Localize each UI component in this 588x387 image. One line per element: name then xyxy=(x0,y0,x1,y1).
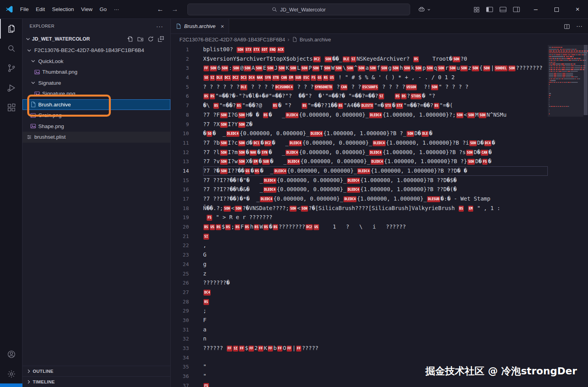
vertical-scrollbar[interactable] xyxy=(583,45,588,387)
tree-item-brush-archive[interactable]: Brush.archive xyxy=(22,99,170,110)
code-line[interactable]: �SO� _DLEDC4{0.000000, 0.000000}_DLEDC4{… xyxy=(203,129,548,138)
menu-selection[interactable]: Selection xyxy=(49,4,78,14)
outline-section[interactable]: OUTLINE xyxy=(22,366,170,376)
code-line[interactable] xyxy=(203,353,548,363)
menu-go[interactable]: Go xyxy=(96,4,110,14)
back-button[interactable]: ← xyxy=(157,6,164,13)
tree-item-grain-png[interactable]: Grain.png xyxy=(22,110,170,121)
tree-item-f2c13076-be2c-42d7-8a69-1b43fc1bf6b4[interactable]: F2C13076-BE2C-42D7-8A69-1B43FC1BF6B4 xyxy=(22,45,170,56)
toggle-panel-icon[interactable] xyxy=(500,7,506,12)
image-file-icon xyxy=(30,123,37,129)
code-area[interactable]: bplist00? SOHSTXETXEOTENQACKX$versionY$a… xyxy=(198,45,548,387)
code-line[interactable]: , xyxy=(203,241,548,250)
menu-view[interactable]: View xyxy=(78,4,96,14)
code-line[interactable]: ???????� xyxy=(203,278,548,288)
code-line[interactable]: �\ BS"=��?BS"=��?@ BS� "? BS"=��??1��BS"… xyxy=(203,101,548,110)
minimap[interactable] xyxy=(548,45,583,387)
extensions-icon[interactable] xyxy=(0,98,22,117)
search-icon[interactable] xyxy=(0,39,22,58)
account-icon[interactable] xyxy=(0,344,22,364)
code-line[interactable]: DC4 xyxy=(203,288,548,297)
code-line[interactable]: ?7 ?�SOHI??��GS�RS� _DLEDC4{0.000000, 0.… xyxy=(203,166,548,176)
refresh-icon[interactable] xyxy=(147,36,154,42)
tree-item-signature[interactable]: Signature xyxy=(22,78,170,89)
timeline-section[interactable]: TIMELINE xyxy=(22,376,170,387)
tree-item-signature-png[interactable]: Signature.png xyxy=(22,88,170,99)
menu-file[interactable]: File xyxy=(17,4,32,14)
control-char-soh: SOH xyxy=(324,65,331,71)
tab-close-icon[interactable]: × xyxy=(220,23,224,30)
remote-indicator[interactable] xyxy=(0,383,22,387)
code-line[interactable]: ?????? FFSIFF$FF2FFKFFbFFOFF|FF????? xyxy=(203,344,548,353)
code-line[interactable]: X$versionY$archiverT$topX$objectsDC2 SOH… xyxy=(203,54,548,64)
code-line[interactable]: FS xyxy=(203,381,548,387)
code-line[interactable]: z xyxy=(203,269,548,279)
code-line[interactable]: ?7 ?vSOHI?wSOHX�EM�SUB� _DLEDC4{0.000000… xyxy=(203,157,548,166)
code-line[interactable]: ? ? ? ? ? ?DLE ? ? ? ?DC3SOHDC4 ? ? ?SYN… xyxy=(203,82,548,92)
code-line[interactable]: ?7 ??I??��)�*� _DLEDC4{0.000000, 0.00000… xyxy=(203,194,548,204)
line-number: 31 xyxy=(171,325,189,335)
tree-item-label: brushset.plist xyxy=(34,134,66,140)
explorer-icon[interactable] xyxy=(0,19,22,39)
run-debug-icon[interactable] xyxy=(0,78,22,98)
control-char-em: EM xyxy=(288,75,294,81)
split-editor-icon[interactable] xyxy=(564,24,570,30)
toggle-primary-sidebar-icon[interactable] xyxy=(486,7,493,12)
code-line[interactable]: FS " > R e r ??????? xyxy=(203,213,548,222)
code-line[interactable]: G xyxy=(203,250,548,260)
customize-layout-icon[interactable] xyxy=(474,7,480,13)
code-line[interactable]: ?7 ?lSOHI?mSOH�NAK�SYN� _DLEDC4{0.000000… xyxy=(203,148,548,157)
tree-item-brushset-plist[interactable]: brushset.plist xyxy=(22,132,170,143)
code-line[interactable]: ?7 ?FSOHI?GSOHH� � BS� _DLEDC4{0.000000,… xyxy=(203,110,548,120)
editor-more-actions-button[interactable]: ··· xyxy=(576,23,582,30)
code-line[interactable]: a xyxy=(203,325,548,335)
control-char-soh: SOH xyxy=(238,122,245,128)
code-line[interactable]: ; xyxy=(203,306,548,316)
toggle-secondary-sidebar-icon[interactable] xyxy=(513,7,520,12)
workspace-section-row[interactable]: JD_WET_WATERCOLOR xyxy=(22,33,170,45)
scrollbar-thumb[interactable] xyxy=(584,45,588,115)
code-line[interactable]: bplist00? SOHSTXETXEOTENQACK xyxy=(203,45,548,54)
source-control-icon[interactable] xyxy=(0,58,22,78)
control-char-dledc4: DLEDC4 xyxy=(286,150,299,156)
code-line[interactable]: SI xyxy=(203,232,548,241)
menu-edit[interactable]: Edit xyxy=(32,4,49,14)
breadcrumb-file[interactable]: Brush.archive xyxy=(300,37,331,43)
code-line[interactable]: n xyxy=(203,334,548,344)
settings-icon[interactable] xyxy=(0,364,22,384)
code-line[interactable]: BSUSBS$BS;BSFBShBSWBS�BS????????DC2US 1 … xyxy=(203,222,548,232)
code-line[interactable]: ?7 ??I??��!�"� _DLEDC4{0.000000, 0.00000… xyxy=(203,176,548,185)
tab-brush-archive[interactable]: Brush.archive × xyxy=(171,19,229,33)
new-folder-icon[interactable] xyxy=(137,36,144,42)
code-line[interactable]: ?7 ?bSOHI?cSOHd�DC1�DC2� _DLEDC4{0.00000… xyxy=(203,138,548,148)
code-line[interactable]: g xyxy=(203,260,548,269)
explorer-more-actions-button[interactable]: ··· xyxy=(156,23,163,30)
titlebar-right: – × xyxy=(418,0,588,19)
collapse-icon[interactable] xyxy=(158,36,164,42)
control-char-dc4: DC4 xyxy=(203,290,211,296)
code-line[interactable]: F xyxy=(203,316,548,325)
command-center-search[interactable]: JD_Wet_Watercolor xyxy=(187,4,410,15)
tree-item-thumbnail-png[interactable]: Thumbnail.png xyxy=(22,67,170,78)
code-line[interactable]: BSBS"=��?�-"?v�l�+�#"=��?"? ��"? �'"=��?… xyxy=(203,91,548,101)
copilot-menu-button[interactable] xyxy=(418,6,431,13)
new-file-icon[interactable] xyxy=(127,36,133,42)
tree-item-quicklook[interactable]: QuickLook xyxy=(22,56,170,67)
forward-button[interactable]: → xyxy=(172,6,178,13)
minimize-button[interactable]: – xyxy=(525,0,546,19)
menu-more-button[interactable]: ··· xyxy=(110,4,123,14)
code-line[interactable]: SOSIDLEDC1DC2DC3DC4NAKSYNETBCANEMSUBESCF… xyxy=(203,73,548,82)
code-line[interactable]: ?7 ?XSOHI?YSOHZ� xyxy=(203,120,548,129)
tree-item-shape-png[interactable]: Shape.png xyxy=(22,121,170,132)
line-number: 27 xyxy=(171,288,189,297)
control-char-dledc4: DLEDC4 xyxy=(286,112,299,118)
breadcrumb-folder[interactable]: F2C13076-BE2C-42D7-8A69-1B43FC1BF6B4 xyxy=(179,37,285,43)
code-line[interactable]: FFSOH6SOH:SOH@SOHASOHESOHJSOHKSOHLSOHPSO… xyxy=(203,63,548,73)
code-line[interactable]: RS xyxy=(203,297,548,307)
control-char-ussoh: USSOH xyxy=(406,84,417,90)
code-line[interactable]: ?7 ??I??��%�&� _DLEDC4{0.000000, 0.00000… xyxy=(203,185,548,194)
code-line[interactable]: Ñ��.?;SOH<SOH?�VNSDate????;SOH<SOH?�[Sil… xyxy=(203,204,548,213)
line-number: 37 xyxy=(171,381,189,387)
close-button[interactable]: × xyxy=(567,0,588,19)
maximize-button[interactable] xyxy=(546,0,567,19)
